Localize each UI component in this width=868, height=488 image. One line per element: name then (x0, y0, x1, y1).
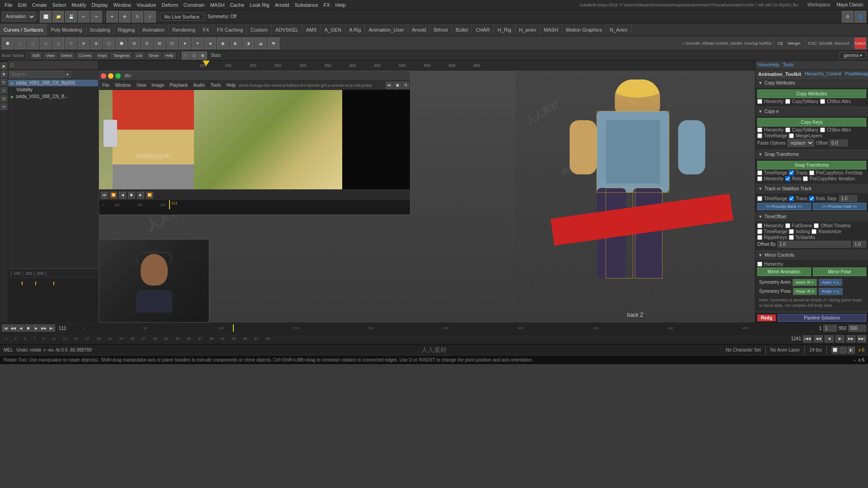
close-btn[interactable] (101, 73, 106, 79)
timeline-nav-5[interactable]: ▶▶ (846, 335, 855, 343)
redg-btn[interactable]: Redg (757, 314, 776, 321)
mini-btn-tangents[interactable]: Tangents (111, 52, 132, 59)
video-step-fwd[interactable]: ⏩ (146, 192, 153, 199)
to-startAs-check[interactable] (789, 235, 794, 240)
mirror-animation-btn[interactable]: Mirror Animation (757, 267, 811, 276)
tools-link[interactable]: Tools (783, 62, 793, 67)
maximize-btn[interactable] (115, 73, 121, 79)
pose-r-btn[interactable]: Pose: R > (793, 288, 817, 295)
shelf-tab-motion-graphics[interactable]: Motion Graphics (562, 23, 606, 36)
menu-constrain[interactable]: Constrain (181, 1, 208, 9)
snap-transforms-header[interactable]: ▼ Snap Transforms (755, 150, 868, 159)
mini-icon-1[interactable]: □ (182, 52, 190, 60)
select-icon[interactable]: Select. (854, 38, 866, 49)
timeline-start-input[interactable] (823, 325, 837, 332)
copy-to-many-check[interactable] (785, 99, 790, 104)
shelf-icon-16[interactable]: ✦ (192, 38, 203, 49)
workspace-value[interactable]: Maya Classic (834, 1, 866, 8)
mini-icon-3[interactable]: ▦ (199, 52, 207, 60)
status-icon-3[interactable]: ◧ (848, 347, 855, 354)
timeline-end-input[interactable] (848, 325, 866, 332)
tool-lasso[interactable]: ⊙ (0, 95, 8, 102)
timeline-nav-2[interactable]: ◀◀ (814, 335, 823, 343)
copy-keys-btn[interactable]: Copy Keys (757, 118, 866, 127)
shelf-icon-19[interactable]: ◐ (230, 38, 241, 49)
shelf-tab-hanim[interactable]: H_anim (515, 23, 540, 36)
pose-manager-link[interactable]: PoseManager (845, 71, 868, 76)
minimize-btn[interactable] (108, 73, 113, 79)
track-step-input[interactable] (839, 195, 857, 202)
shelf-icon-1[interactable]: ⬟ (2, 38, 14, 49)
shelf-tab-bifrost[interactable]: Bifrost (430, 23, 452, 36)
step-back-btn[interactable]: ◀◀ (9, 324, 17, 332)
video-frame-btn-3[interactable]: ⚙ (402, 82, 409, 89)
status-icon-1[interactable]: ⬜ (831, 347, 839, 354)
mini-btn-show[interactable]: Show (146, 52, 161, 59)
shelf-icon-4[interactable]: ◇ (40, 38, 52, 49)
shelf-tab-sculpting[interactable]: Sculpting (86, 23, 114, 36)
shelf-tab-nanim[interactable]: N_Anim (606, 23, 632, 36)
mini-icon-2[interactable]: ◫ (190, 52, 198, 60)
tool-scale[interactable]: ⤢ (0, 87, 8, 94)
paste-options-select[interactable]: replace merge insert (788, 139, 814, 147)
mini-btn-keys[interactable]: Keys (95, 52, 109, 59)
mirror-pose-btn[interactable]: Mirror Pose (813, 267, 867, 276)
viewport-3d[interactable]: 人人素材 RRC G 人人素材 (99, 70, 755, 323)
shelf-tab-curves-surfaces[interactable]: Curves / Surfaces (0, 23, 47, 36)
shelf-tab-amx[interactable]: AMX (302, 23, 321, 36)
shelf-tab-poly-modeling[interactable]: Poly Modeling (47, 23, 86, 36)
copy-attributes-header[interactable]: ▼ Copy Attributes (755, 79, 868, 88)
video-frame-btn-1[interactable]: ⏮ (386, 82, 393, 89)
shelf-tab-arnold[interactable]: Arnold (408, 23, 430, 36)
toolbar-icon-rotate[interactable]: ↻ (132, 11, 143, 23)
timeline-playhead[interactable] (203, 63, 210, 66)
video-menu-tools[interactable]: Tools (208, 83, 223, 88)
shelf-icon-20[interactable]: ◑ (242, 38, 254, 49)
to-hierarchy-check[interactable] (757, 223, 762, 228)
menu-mash[interactable]: MASH (208, 1, 227, 9)
step-fwd-btn[interactable]: ▶▶ (40, 324, 47, 332)
hierarchy-check-2[interactable] (757, 127, 762, 132)
menu-help[interactable]: Help (333, 1, 349, 9)
mode-dropdown[interactable]: Animation (2, 12, 36, 22)
toolbar-icon-right-2[interactable]: 👤 (854, 11, 866, 23)
video-menu-view[interactable]: View (134, 83, 149, 88)
to-time-range-check[interactable] (757, 229, 762, 234)
mini-btn-select[interactable]: Select (59, 52, 75, 59)
video-playhead[interactable] (169, 200, 170, 209)
shelf-icon-2[interactable]: ○ (14, 38, 26, 49)
video-menu-file[interactable]: File (100, 83, 112, 88)
process-back-btn[interactable]: << Process Back << (757, 203, 811, 210)
shelf-tab-rigging[interactable]: Rigging (114, 23, 139, 36)
shelf-icon-22[interactable]: ◓ (268, 38, 279, 49)
shelf-tab-agen[interactable]: A_GEN (321, 23, 345, 36)
shelf-tab-rendering[interactable]: Rendering (169, 23, 199, 36)
menu-window[interactable]: Window (111, 1, 134, 9)
menu-fx[interactable]: FX (321, 1, 333, 9)
shelf-icon-13[interactable]: ⊠ (154, 38, 165, 49)
shelf-tab-hrig[interactable]: H_Rig (494, 23, 515, 36)
stop-btn[interactable]: ⏹ (25, 324, 32, 332)
anim-r-btn[interactable]: Anim: R > (793, 279, 817, 286)
snap-rots-check[interactable] (785, 176, 790, 181)
toolbar-icon-right-1[interactable]: ⚙ (842, 11, 854, 23)
timeline-nav-3[interactable]: ◀ (825, 335, 834, 343)
video-menu-audio[interactable]: Audio (191, 83, 208, 88)
hierarchy-control-link[interactable]: Hierarchy_Control (805, 71, 841, 76)
snap-precopy-attrs-check[interactable] (803, 176, 808, 181)
menu-arnold[interactable]: Arnold (272, 1, 292, 9)
shelf-tab-bullet[interactable]: Bullet (452, 23, 472, 36)
snap-time-range-check[interactable] (757, 170, 762, 175)
shelf-tab-mash[interactable]: MASH (540, 23, 562, 36)
mirror-controls-header[interactable]: ▼ Mirror Controls (755, 251, 868, 260)
pipeline-btn[interactable]: Pipeline Solutions (778, 314, 866, 322)
to-ripple-check[interactable] (757, 235, 762, 240)
to-locking-check[interactable] (789, 229, 794, 234)
shelf-tab-fx-caching[interactable]: FX Caching (213, 23, 247, 36)
toolbar-icon-select[interactable]: ✦ (106, 11, 118, 23)
video-stop[interactable]: ⏹ (128, 192, 135, 199)
shelf-icon-21[interactable]: ◒ (255, 38, 267, 49)
shelf-tab-arig[interactable]: A Rig (345, 23, 365, 36)
menu-cache[interactable]: Cache (227, 1, 247, 9)
mini-btn-help[interactable]: Help (163, 52, 176, 59)
